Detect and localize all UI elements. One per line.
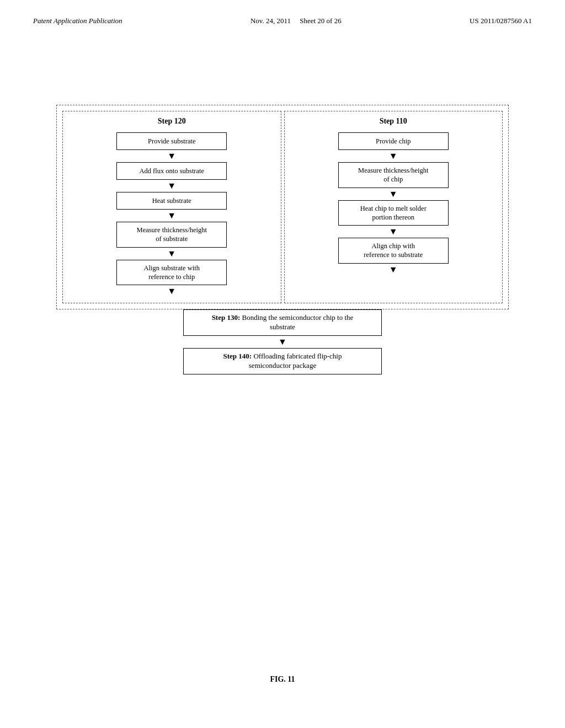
arrow-8: ▼ <box>389 226 398 238</box>
box-heat-chip: Heat chip to melt solderportion thereon <box>338 200 449 226</box>
outer-dashed-container: Step 120 Provide substrate ▼ Add flux on… <box>56 105 509 309</box>
step-110-container: Step 110 Provide chip ▼ Measure thicknes… <box>284 111 503 303</box>
box-provide-substrate: Provide substrate <box>116 132 227 150</box>
arrow-10: ▼ <box>278 336 287 348</box>
publication-text: Patent Application Publication <box>33 17 122 25</box>
figure-caption: FIG. 11 <box>270 675 295 684</box>
figure-label: FIG. 11 <box>270 675 295 683</box>
page-header: Patent Application Publication Nov. 24, … <box>0 0 565 25</box>
step-110-title: Step 110 <box>380 117 407 126</box>
step-120-flow: Step 120 Provide substrate ▼ Add flux on… <box>68 117 275 297</box>
date-text: Nov. 24, 2011 <box>250 17 291 25</box>
box-align-substrate: Align substrate withreference to chip <box>116 260 227 286</box>
arrow-3: ▼ <box>167 210 176 222</box>
bottom-steps-container: Step 130: Bonding the semiconductor chip… <box>56 309 509 374</box>
arrow-2: ▼ <box>167 180 176 192</box>
arrow-9: ▼ <box>389 264 398 276</box>
box-provide-chip: Provide chip <box>338 132 449 150</box>
header-date-sheet: Nov. 24, 2011 Sheet 20 of 26 <box>250 17 342 25</box>
box-measure-substrate: Measure thickness/heightof substrate <box>116 222 227 248</box>
box-align-chip: Align chip withreference to substrate <box>338 238 449 264</box>
box-add-flux: Add flux onto substrate <box>116 162 227 180</box>
step-120-title: Step 120 <box>158 117 186 126</box>
arrow-5: ▼ <box>167 285 176 297</box>
box-measure-chip: Measure thickness/heightof chip <box>338 162 449 188</box>
patent-number: US 2011/0287560 A1 <box>470 17 532 25</box>
box-heat-substrate: Heat substrate <box>116 192 227 210</box>
arrow-7: ▼ <box>389 188 398 200</box>
arrow-4: ▼ <box>167 248 176 260</box>
step-110-flow: Step 110 Provide chip ▼ Measure thicknes… <box>290 117 497 276</box>
arrow-1: ▼ <box>167 150 176 162</box>
patent-text: US 2011/0287560 A1 <box>470 17 532 25</box>
box-step-140: Step 140: Offloading fabricated flip-chi… <box>183 348 382 374</box>
flowchart: Step 120 Provide substrate ▼ Add flux on… <box>56 105 509 374</box>
box-step-130: Step 130: Bonding the semiconductor chip… <box>183 309 382 336</box>
arrow-6: ▼ <box>389 150 398 162</box>
sheet-text: Sheet 20 of 26 <box>300 17 341 25</box>
publication-label: Patent Application Publication <box>33 17 122 25</box>
step-120-container: Step 120 Provide substrate ▼ Add flux on… <box>62 111 281 303</box>
